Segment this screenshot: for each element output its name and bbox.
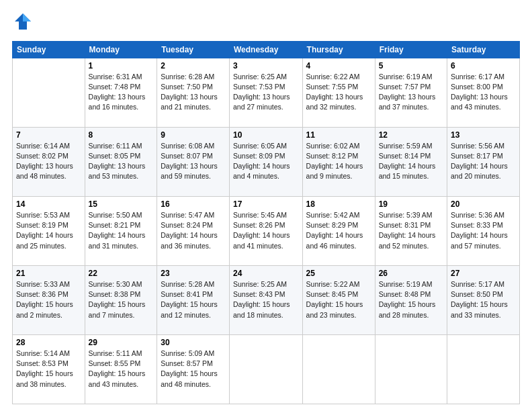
calendar-cell: 27Sunrise: 5:17 AMSunset: 8:50 PMDayligh… [447,265,520,334]
day-number: 19 [379,199,443,209]
day-info: Sunrise: 5:56 AMSunset: 8:17 PMDaylight:… [451,141,516,182]
calendar-week-2: 7Sunrise: 6:14 AMSunset: 8:02 PMDaylight… [13,127,520,196]
day-number: 16 [161,199,226,209]
calendar-cell: 1Sunrise: 6:31 AMSunset: 7:48 PMDaylight… [85,58,157,127]
day-info: Sunrise: 5:45 AMSunset: 8:26 PMDaylight:… [233,210,299,251]
calendar-cell: 25Sunrise: 5:22 AMSunset: 8:45 PMDayligh… [302,265,375,334]
day-number: 6 [451,61,516,71]
calendar-cell: 9Sunrise: 6:08 AMSunset: 8:07 PMDaylight… [157,127,230,196]
day-info: Sunrise: 5:17 AMSunset: 8:50 PMDaylight:… [451,279,516,320]
day-info: Sunrise: 6:08 AMSunset: 8:07 PMDaylight:… [161,141,226,182]
calendar-header-row: SundayMondayTuesdayWednesdayThursdayFrid… [13,41,520,58]
day-header-wednesday: Wednesday [229,41,302,58]
day-number: 7 [16,130,81,140]
calendar-cell: 15Sunrise: 5:50 AMSunset: 8:21 PMDayligh… [85,196,157,265]
day-info: Sunrise: 5:50 AMSunset: 8:21 PMDaylight:… [89,210,154,251]
day-number: 10 [233,130,299,140]
day-number: 23 [161,269,226,278]
day-info: Sunrise: 5:28 AMSunset: 8:41 PMDaylight:… [161,279,226,320]
day-number: 29 [89,338,154,347]
day-header-monday: Monday [85,41,157,58]
calendar-cell: 28Sunrise: 5:14 AMSunset: 8:53 PMDayligh… [13,334,85,404]
day-header-thursday: Thursday [302,41,375,58]
calendar-cell [229,334,302,404]
day-number: 3 [233,61,299,71]
day-number: 17 [233,199,299,209]
day-number: 21 [16,269,81,278]
day-number: 13 [451,130,516,140]
day-info: Sunrise: 6:22 AMSunset: 7:55 PMDaylight:… [306,72,371,113]
day-number: 8 [89,130,154,140]
day-number: 2 [161,61,226,71]
day-header-tuesday: Tuesday [157,41,230,58]
day-info: Sunrise: 5:19 AMSunset: 8:48 PMDaylight:… [379,279,443,320]
calendar-cell: 30Sunrise: 5:09 AMSunset: 8:57 PMDayligh… [157,334,230,404]
calendar-cell: 16Sunrise: 5:47 AMSunset: 8:24 PMDayligh… [157,196,230,265]
day-info: Sunrise: 6:25 AMSunset: 7:53 PMDaylight:… [233,72,299,113]
day-info: Sunrise: 5:53 AMSunset: 8:19 PMDaylight:… [16,210,81,251]
day-info: Sunrise: 5:59 AMSunset: 8:14 PMDaylight:… [379,141,443,182]
day-info: Sunrise: 5:39 AMSunset: 8:31 PMDaylight:… [379,210,443,251]
calendar-cell: 10Sunrise: 6:05 AMSunset: 8:09 PMDayligh… [229,127,302,196]
day-header-sunday: Sunday [13,41,85,58]
svg-marker-1 [23,13,31,21]
day-info: Sunrise: 5:22 AMSunset: 8:45 PMDaylight:… [306,279,371,320]
day-number: 24 [233,269,299,278]
calendar-cell: 23Sunrise: 5:28 AMSunset: 8:41 PMDayligh… [157,265,230,334]
logo-icon [13,12,32,31]
day-header-saturday: Saturday [447,41,520,58]
day-number: 25 [306,269,371,278]
day-info: Sunrise: 6:17 AMSunset: 8:00 PMDaylight:… [451,72,516,113]
calendar-cell: 13Sunrise: 5:56 AMSunset: 8:17 PMDayligh… [447,127,520,196]
day-info: Sunrise: 5:30 AMSunset: 8:38 PMDaylight:… [89,279,154,320]
calendar-cell: 17Sunrise: 5:45 AMSunset: 8:26 PMDayligh… [229,196,302,265]
day-number: 30 [161,338,226,347]
header [12,12,520,34]
calendar-week-3: 14Sunrise: 5:53 AMSunset: 8:19 PMDayligh… [13,196,520,265]
day-info: Sunrise: 6:31 AMSunset: 7:48 PMDaylight:… [89,72,154,113]
calendar-cell: 2Sunrise: 6:28 AMSunset: 7:50 PMDaylight… [157,58,230,127]
calendar-cell: 29Sunrise: 5:11 AMSunset: 8:55 PMDayligh… [85,334,157,404]
day-info: Sunrise: 5:42 AMSunset: 8:29 PMDaylight:… [306,210,371,251]
calendar-cell [302,334,375,404]
day-info: Sunrise: 5:36 AMSunset: 8:33 PMDaylight:… [451,210,516,251]
calendar-cell [447,334,520,404]
calendar-cell: 3Sunrise: 6:25 AMSunset: 7:53 PMDaylight… [229,58,302,127]
calendar-cell: 12Sunrise: 5:59 AMSunset: 8:14 PMDayligh… [375,127,447,196]
day-number: 14 [16,199,81,209]
calendar-table: SundayMondayTuesdayWednesdayThursdayFrid… [12,41,520,404]
day-header-friday: Friday [375,41,447,58]
day-number: 15 [89,199,154,209]
day-info: Sunrise: 5:25 AMSunset: 8:43 PMDaylight:… [233,279,299,320]
day-info: Sunrise: 5:11 AMSunset: 8:55 PMDaylight:… [89,349,154,390]
calendar-cell: 14Sunrise: 5:53 AMSunset: 8:19 PMDayligh… [13,196,85,265]
day-info: Sunrise: 5:47 AMSunset: 8:24 PMDaylight:… [161,210,226,251]
day-number: 20 [451,199,516,209]
day-info: Sunrise: 5:33 AMSunset: 8:36 PMDaylight:… [16,279,81,320]
day-number: 26 [379,269,443,278]
day-info: Sunrise: 6:02 AMSunset: 8:12 PMDaylight:… [306,141,371,182]
day-number: 27 [451,269,516,278]
day-number: 1 [89,61,154,71]
day-number: 28 [16,338,81,347]
calendar-cell: 4Sunrise: 6:22 AMSunset: 7:55 PMDaylight… [302,58,375,127]
calendar-cell: 20Sunrise: 5:36 AMSunset: 8:33 PMDayligh… [447,196,520,265]
calendar-cell: 11Sunrise: 6:02 AMSunset: 8:12 PMDayligh… [302,127,375,196]
calendar-cell: 19Sunrise: 5:39 AMSunset: 8:31 PMDayligh… [375,196,447,265]
logo-text [12,12,32,34]
calendar-cell: 26Sunrise: 5:19 AMSunset: 8:48 PMDayligh… [375,265,447,334]
calendar-cell: 8Sunrise: 6:11 AMSunset: 8:05 PMDaylight… [85,127,157,196]
day-number: 22 [89,269,154,278]
calendar-cell [375,334,447,404]
day-number: 18 [306,199,371,209]
day-info: Sunrise: 6:19 AMSunset: 7:57 PMDaylight:… [379,72,443,113]
calendar-cell: 24Sunrise: 5:25 AMSunset: 8:43 PMDayligh… [229,265,302,334]
day-info: Sunrise: 6:28 AMSunset: 7:50 PMDaylight:… [161,72,226,113]
calendar-cell: 7Sunrise: 6:14 AMSunset: 8:02 PMDaylight… [13,127,85,196]
day-info: Sunrise: 5:14 AMSunset: 8:53 PMDaylight:… [16,349,81,390]
day-number: 9 [161,130,226,140]
day-info: Sunrise: 6:11 AMSunset: 8:05 PMDaylight:… [89,141,154,182]
calendar-cell: 21Sunrise: 5:33 AMSunset: 8:36 PMDayligh… [13,265,85,334]
page: SundayMondayTuesdayWednesdayThursdayFrid… [0,0,532,411]
calendar-cell: 6Sunrise: 6:17 AMSunset: 8:00 PMDaylight… [447,58,520,127]
